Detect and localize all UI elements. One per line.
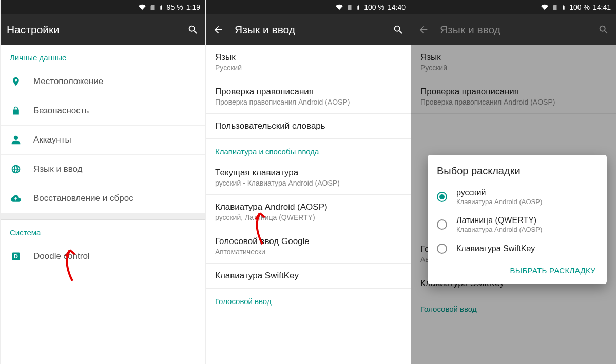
backup-icon: [11, 193, 33, 204]
pref-sub: Проверка правописания Android (AOSP): [215, 98, 401, 106]
lang-content-bg: Язык Русский Проверка правописания Прове…: [411, 45, 616, 364]
pref-sub: Автоматически: [215, 248, 401, 256]
battery-icon: [356, 4, 361, 11]
page-title: Настройки: [7, 24, 177, 36]
choose-layout-button[interactable]: ВЫБРАТЬ РАСКЛАДКУ: [437, 259, 598, 279]
lang-content: Язык Русский Проверка правописания Прове…: [206, 45, 411, 364]
pref-title: Текущая клавиатура: [215, 168, 401, 178]
sim-icon: [552, 4, 558, 11]
pref-title: Проверка правописания: [215, 87, 401, 97]
status-bar: 95 % 1:19: [1, 0, 205, 14]
doodle-icon: D: [11, 251, 33, 261]
pref-aosp-keyboard[interactable]: Клавиатура Android (AOSP) русский, Латин…: [206, 195, 411, 229]
battery-text: 100 %: [364, 3, 384, 11]
radio-label: Клавиатура SwiftKey: [456, 244, 535, 253]
pref-title: Клавиатура Android (AOSP): [215, 202, 401, 212]
dialog-title: Выбор раскладки: [437, 165, 598, 177]
battery-text: 100 %: [569, 3, 590, 11]
back-icon[interactable]: [212, 24, 224, 36]
section-keyboard: Клавиатура и способы ввода: [206, 139, 411, 160]
search-icon[interactable]: [187, 24, 199, 36]
screen-language-input: 100 % 14:40 Язык и ввод Язык Русский Про…: [205, 0, 411, 364]
search-icon[interactable]: [598, 24, 610, 36]
pref-title: Клавиатура SwiftKey: [215, 271, 401, 281]
layout-dialog: Выбор раскладки русский Клавиатура Andro…: [428, 155, 607, 284]
pref-sub: русский - Клавиатура Android (AOSP): [215, 179, 401, 187]
item-label: Язык и ввод: [33, 164, 83, 174]
item-label: Аккаунты: [33, 135, 71, 145]
sim-icon: [346, 4, 353, 11]
item-language-input[interactable]: Язык и ввод: [1, 154, 205, 184]
wifi-icon: [541, 4, 549, 11]
section-voice: Голосовой ввод: [206, 289, 411, 310]
item-security[interactable]: Безопасность: [1, 96, 205, 125]
section-system: Система: [1, 220, 205, 242]
radio-icon: [437, 192, 447, 202]
radio-option-swiftkey[interactable]: Клавиатура SwiftKey: [437, 238, 598, 259]
svg-text:D: D: [14, 253, 18, 259]
pref-language[interactable]: Язык Русский: [206, 45, 411, 79]
item-label: Восстановление и сброс: [33, 193, 133, 204]
clock-text: 14:41: [593, 3, 611, 11]
pref-title: Язык: [215, 52, 401, 63]
back-icon[interactable]: [417, 24, 430, 36]
item-label: Doodle control: [33, 251, 90, 261]
screen-layout-dialog: 100 % 14:41 Язык и ввод Язык Русский Про…: [411, 0, 616, 364]
radio-label: русский: [456, 188, 542, 197]
pref-spellcheck[interactable]: Проверка правописания Проверка правописа…: [206, 79, 411, 114]
search-icon[interactable]: [392, 24, 405, 36]
status-bar: 100 % 14:40: [206, 0, 411, 14]
app-bar: Настройки: [1, 14, 205, 45]
location-icon: [11, 76, 33, 87]
item-accounts[interactable]: Аккаунты: [1, 125, 205, 154]
radio-sub: Клавиатура Android (AOSP): [456, 198, 542, 206]
radio-sub: Клавиатура Android (AOSP): [456, 226, 542, 233]
pref-swiftkey[interactable]: Клавиатура SwiftKey: [206, 264, 411, 289]
battery-icon: [561, 4, 566, 11]
app-bar: Язык и ввод: [206, 14, 411, 45]
app-bar: Язык и ввод: [411, 14, 616, 45]
pref-title: Голосовой ввод Google: [215, 236, 401, 247]
pref-google-voice[interactable]: Голосовой ввод Google Автоматически: [206, 229, 411, 264]
item-label: Безопасность: [33, 106, 89, 116]
radio-icon: [437, 244, 447, 254]
account-icon: [11, 135, 33, 145]
radio-label: Латиница (QWERTY): [456, 216, 542, 225]
pref-user-dict[interactable]: Пользовательский словарь: [206, 114, 411, 139]
lock-icon: [11, 106, 33, 116]
item-doodle[interactable]: D Doodle control: [1, 242, 205, 271]
battery-text: 95 %: [167, 3, 183, 11]
pref-title: Пользовательский словарь: [215, 121, 401, 131]
battery-icon: [159, 4, 164, 11]
item-label: Местоположение: [33, 76, 103, 87]
clock-text: 1:19: [186, 3, 200, 11]
settings-content: Личные данные Местоположение Безопасност…: [1, 45, 205, 364]
wifi-icon: [138, 4, 146, 11]
item-location[interactable]: Местоположение: [1, 67, 205, 96]
page-title: Язык и ввод: [440, 24, 587, 36]
pref-current-keyboard[interactable]: Текущая клавиатура русский - Клавиатура …: [206, 160, 411, 195]
pref-sub: Русский: [215, 64, 401, 72]
screen-settings: 95 % 1:19 Настройки Личные данные Местоп…: [0, 0, 205, 364]
globe-icon: [11, 164, 33, 174]
sim-icon: [149, 4, 156, 11]
item-backup-reset[interactable]: Восстановление и сброс: [1, 184, 205, 213]
section-divider: [1, 213, 205, 220]
status-bar: 100 % 14:41: [411, 0, 616, 14]
wifi-icon: [335, 4, 343, 11]
section-personal: Личные данные: [1, 45, 205, 67]
radio-icon: [437, 219, 447, 230]
radio-option-russian[interactable]: русский Клавиатура Android (AOSP): [437, 183, 598, 211]
radio-option-latin[interactable]: Латиница (QWERTY) Клавиатура Android (AO…: [437, 211, 598, 238]
pref-sub: русский, Латиница (QWERTY): [215, 213, 401, 221]
clock-text: 14:40: [388, 3, 406, 11]
page-title: Язык и ввод: [235, 24, 382, 36]
